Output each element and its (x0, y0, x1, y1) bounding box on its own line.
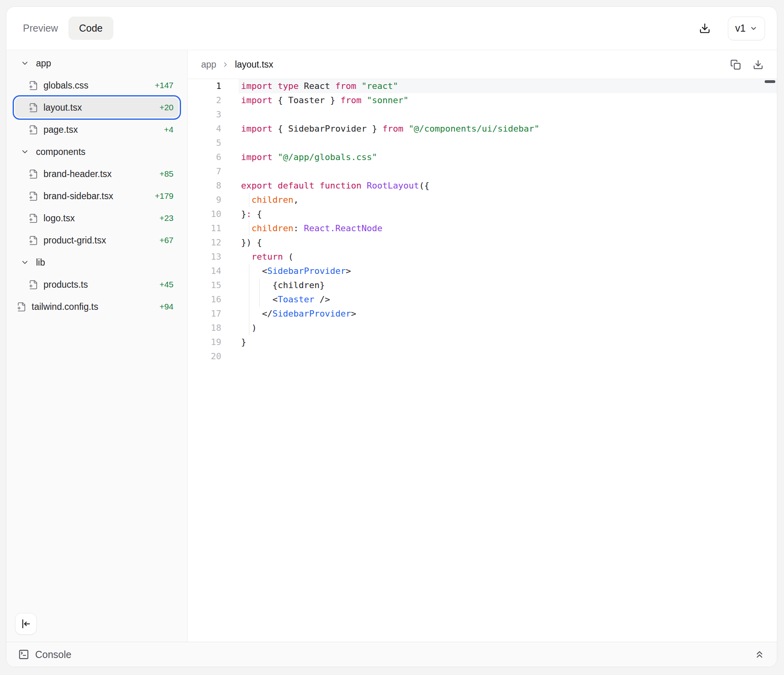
diff-added-badge: +45 (159, 280, 179, 289)
indent-guide (249, 321, 249, 335)
code-text: } (239, 335, 777, 349)
code-text: children: React.ReactNode (239, 221, 777, 236)
code-text: import { Toaster } from "sonner" (239, 93, 777, 107)
line-number: 20 (188, 349, 221, 364)
diff-added-badge: +85 (159, 169, 179, 179)
tree-file-tailwind.config.ts[interactable]: tailwind.config.ts+94 (15, 297, 179, 317)
diff-added-badge: +67 (159, 236, 179, 245)
indent-guide (249, 307, 249, 321)
file-plus-icon (28, 236, 38, 245)
line-number: 9 (188, 193, 221, 207)
code-text: }) { (239, 236, 777, 250)
file-tree: appglobals.css+147layout.tsx+20page.tsx+… (6, 53, 187, 317)
code-text: ) (239, 321, 777, 335)
line-number: 13 (188, 250, 221, 264)
tab-code[interactable]: Code (68, 17, 113, 40)
code-line: 10}: { (188, 207, 777, 221)
code-line: 13 return ( (188, 250, 777, 264)
file-name: layout.tsx (43, 102, 82, 113)
tree-file-layout.tsx[interactable]: layout.tsx+20 (15, 98, 179, 117)
line-number: 2 (188, 93, 221, 107)
chevron-down-icon (21, 59, 29, 68)
file-name: tailwind.config.ts (32, 302, 98, 312)
top-header: Preview Code v1 (6, 7, 777, 50)
indent-guide (259, 278, 260, 292)
code-text: export default function RootLayout({ (239, 179, 777, 193)
tree-file-logo.tsx[interactable]: logo.tsx+23 (15, 208, 179, 228)
code-text: return ( (239, 250, 777, 264)
file-plus-icon (28, 280, 38, 290)
indent-guide (259, 292, 260, 307)
line-number: 11 (188, 221, 221, 236)
code-line: 19} (188, 335, 777, 349)
scrollbar-thumb[interactable] (765, 80, 775, 83)
line-number: 7 (188, 164, 221, 179)
line-number: 5 (188, 136, 221, 150)
code-text (239, 164, 777, 179)
code-line: 4import { SidebarProvider } from "@/comp… (188, 122, 777, 136)
line-number: 16 (188, 292, 221, 307)
download-icon (753, 59, 763, 70)
folder-name: app (36, 58, 51, 69)
chevron-down-icon (750, 25, 758, 32)
code-line: 2import { Toaster } from "sonner" (188, 93, 777, 107)
tab-preview[interactable]: Preview (18, 17, 63, 40)
line-number: 17 (188, 307, 221, 321)
diff-added-badge: +4 (164, 125, 179, 134)
code-line: 12}) { (188, 236, 777, 250)
file-name: page.tsx (43, 124, 78, 135)
file-plus-icon (17, 302, 26, 312)
code-text: <SidebarProvider> (239, 264, 777, 278)
chevrons-up-icon (754, 649, 765, 660)
file-name: products.ts (43, 279, 88, 290)
expand-console-button[interactable] (754, 649, 765, 660)
tree-file-page.tsx[interactable]: page.tsx+4 (15, 120, 179, 140)
folder-name: lib (36, 257, 45, 268)
code-line: 17 </SidebarProvider> (188, 307, 777, 321)
code-line: 9 children, (188, 193, 777, 207)
code-text (239, 136, 777, 150)
tree-file-product-grid.tsx[interactable]: product-grid.tsx+67 (15, 230, 179, 250)
line-number: 6 (188, 150, 221, 164)
code-text: children, (239, 193, 777, 207)
code-editor: 1import type React from "react"2import {… (188, 79, 777, 642)
collapse-sidebar-button[interactable] (15, 613, 37, 635)
console-label: Console (35, 649, 72, 660)
download-icon (699, 23, 710, 34)
chevron-right-icon (222, 61, 229, 68)
indent-guide (249, 264, 249, 278)
tree-file-brand-header.tsx[interactable]: brand-header.tsx+85 (15, 164, 179, 184)
code-text: {children} (239, 278, 777, 292)
file-name: globals.css (43, 80, 89, 91)
console-bar[interactable]: Console (6, 642, 777, 667)
tree-folder-app[interactable]: app (15, 53, 179, 73)
tree-file-products.ts[interactable]: products.ts+45 (15, 275, 179, 294)
line-number: 10 (188, 207, 221, 221)
file-plus-icon (28, 81, 38, 91)
download-code-button[interactable] (753, 59, 763, 70)
tree-folder-components[interactable]: components (15, 142, 179, 162)
line-number: 18 (188, 321, 221, 335)
diff-added-badge: +179 (155, 191, 179, 201)
tree-folder-lib[interactable]: lib (15, 253, 179, 272)
code-text: import "@/app/globals.css" (239, 150, 777, 164)
copy-code-button[interactable] (730, 59, 741, 70)
indent-guide (249, 221, 249, 236)
code-line: 20 (188, 349, 777, 364)
file-plus-icon (28, 125, 38, 135)
code-text: import type React from "react" (239, 79, 777, 93)
file-name: logo.tsx (43, 213, 75, 224)
version-selector[interactable]: v1 (728, 17, 765, 40)
tree-file-brand-sidebar.tsx[interactable]: brand-sidebar.tsx+179 (15, 186, 179, 206)
tree-file-globals.css[interactable]: globals.css+147 (15, 75, 179, 95)
line-number: 19 (188, 335, 221, 349)
download-button[interactable] (699, 23, 710, 34)
chevron-down-icon (21, 258, 29, 267)
terminal-icon (18, 649, 29, 660)
diff-added-badge: +20 (159, 103, 179, 112)
diff-added-badge: +147 (155, 81, 179, 90)
code-line: 1import type React from "react" (188, 79, 777, 93)
file-name: product-grid.tsx (43, 235, 106, 246)
file-plus-icon (28, 191, 38, 201)
code-text: </SidebarProvider> (239, 307, 777, 321)
